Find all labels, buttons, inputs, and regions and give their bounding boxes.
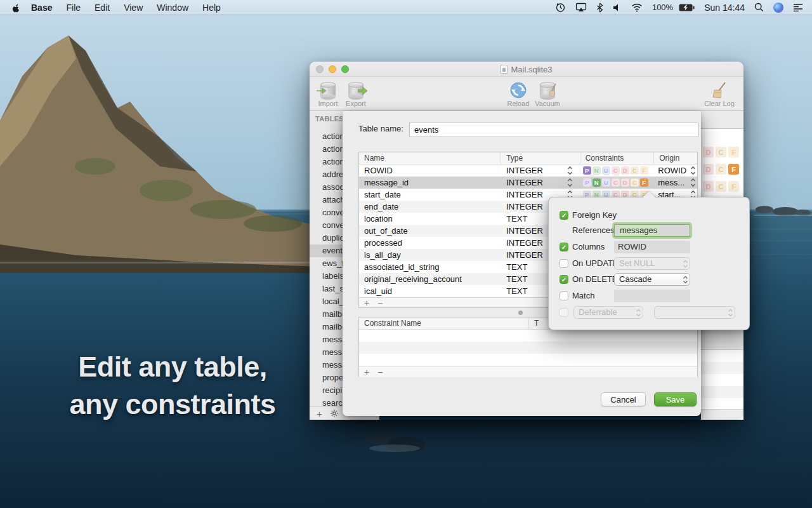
table-name-input[interactable]: events — [409, 123, 698, 137]
column-type-cell[interactable]: INTEGER — [501, 177, 580, 189]
column-header-origin[interactable]: Origin — [654, 152, 697, 164]
menu-view[interactable]: View — [124, 3, 143, 13]
match-input[interactable] — [614, 290, 690, 302]
popover-arrow — [642, 191, 656, 198]
constraint-empty-row[interactable] — [359, 342, 697, 354]
menu-help[interactable]: Help — [202, 3, 221, 13]
constraint-badge-D[interactable]: D — [703, 147, 714, 157]
column-origin-cell[interactable]: ROWID — [654, 164, 697, 177]
constraint-badge-D[interactable]: D — [621, 178, 629, 187]
constraint-badge-C[interactable]: C — [631, 178, 639, 187]
notification-center-icon[interactable] — [793, 3, 803, 11]
column-row-ROWID[interactable]: ROWIDINTEGERPNUCDCFROWID — [359, 164, 697, 177]
horizontal-scrollbar[interactable] — [518, 311, 523, 315]
deferred-select[interactable] — [654, 306, 735, 319]
column-name-cell[interactable]: original_receiving_account — [359, 273, 501, 285]
constraint-badge-P[interactable]: P — [583, 166, 591, 175]
column-name-cell[interactable]: end_date — [359, 201, 501, 213]
clear-log-button[interactable]: Clear Log — [700, 80, 738, 107]
column-name-cell[interactable]: start_date — [359, 189, 501, 201]
columns-value-field[interactable]: ROWID — [614, 241, 690, 253]
constraint-badge-C[interactable]: C — [631, 166, 639, 175]
constraint-badge-N[interactable]: N — [593, 178, 601, 187]
column-constraints-cell[interactable]: PNUCDCF — [580, 164, 655, 177]
airplay-display-icon[interactable] — [575, 3, 587, 12]
on-delete-checkbox[interactable]: ✓ — [560, 275, 568, 284]
add-table-button[interactable]: + — [317, 409, 322, 418]
menu-clock[interactable]: Sun 14:44 — [704, 3, 745, 13]
app-menu-base[interactable]: Base — [31, 3, 52, 13]
spotlight-search-icon[interactable] — [754, 3, 764, 12]
vacuum-button[interactable]: Vacuum — [533, 80, 562, 107]
import-button[interactable]: Import — [313, 80, 343, 107]
constraint-badge-F[interactable]: F — [728, 147, 739, 157]
window-titlebar[interactable]: Mail.sqlite3 — [310, 62, 743, 77]
constraint-badge-U[interactable]: U — [602, 166, 610, 175]
constraint-badge-D[interactable]: D — [621, 166, 629, 175]
time-machine-icon[interactable] — [555, 2, 566, 13]
constraint-badge-U[interactable]: U — [602, 178, 610, 187]
constraint-badge-F[interactable]: F — [640, 166, 648, 175]
column-row-message_id[interactable]: message_idINTEGERPNUCDCFmess... — [359, 177, 697, 189]
column-name-cell[interactable]: ROWID — [359, 164, 501, 177]
origin-stepper[interactable] — [690, 165, 696, 176]
column-name-cell[interactable]: message_id — [359, 177, 501, 189]
column-header-name[interactable]: Name — [359, 152, 501, 164]
deferrable-checkbox[interactable] — [560, 308, 568, 317]
constraint-empty-row[interactable] — [359, 354, 697, 366]
wifi-icon[interactable] — [631, 3, 643, 12]
column-header-constraints[interactable]: Constraints — [580, 152, 655, 164]
remove-column-button[interactable]: − — [377, 298, 383, 307]
column-type-cell[interactable]: INTEGER — [501, 164, 580, 177]
reload-button[interactable]: Reload — [504, 80, 533, 107]
constraint-badge-C[interactable]: C — [612, 166, 620, 175]
column-name-cell[interactable]: processed — [359, 237, 501, 249]
battery-icon[interactable] — [679, 4, 695, 11]
constraint-empty-row[interactable] — [359, 330, 697, 342]
constraint-badge-F[interactable]: F — [728, 164, 739, 175]
column-origin-cell[interactable]: mess... — [654, 177, 697, 189]
on-delete-select[interactable]: Cascade — [614, 273, 690, 286]
constraint-badge-F[interactable]: F — [728, 181, 739, 192]
menu-window[interactable]: Window — [157, 3, 188, 13]
siri-icon[interactable] — [773, 3, 783, 13]
type-stepper[interactable] — [567, 165, 573, 176]
on-update-select[interactable]: Set NULL — [614, 257, 690, 270]
on-update-checkbox[interactable] — [560, 259, 568, 268]
constraint-badge-D[interactable]: D — [703, 164, 714, 175]
constraint-badge-P[interactable]: P — [583, 178, 591, 187]
column-name-cell[interactable]: location — [359, 213, 501, 225]
column-name-cell[interactable]: out_of_date — [359, 225, 501, 237]
remove-constraint-button[interactable]: − — [377, 368, 383, 377]
constraint-badge-C[interactable]: C — [612, 178, 620, 187]
column-constraints-cell[interactable]: PNUCDCF — [580, 177, 655, 189]
save-button[interactable]: Save — [654, 392, 697, 406]
references-input[interactable]: messages — [614, 224, 690, 237]
export-button[interactable]: Export — [341, 80, 370, 107]
constraint-badge-C[interactable]: C — [716, 181, 726, 192]
bluetooth-icon[interactable] — [596, 3, 603, 13]
column-name-cell[interactable]: ical_uid — [359, 285, 501, 297]
constraint-badge-C[interactable]: C — [716, 164, 726, 175]
type-stepper[interactable] — [567, 177, 573, 188]
origin-stepper[interactable] — [690, 177, 696, 188]
cancel-button[interactable]: Cancel — [601, 392, 646, 406]
add-column-button[interactable]: + — [364, 298, 369, 307]
add-constraint-button[interactable]: + — [364, 368, 369, 377]
column-header-type[interactable]: Type — [501, 152, 580, 164]
volume-icon[interactable] — [613, 3, 622, 12]
menu-file[interactable]: File — [66, 3, 81, 13]
menu-edit[interactable]: Edit — [95, 3, 110, 13]
foreign-key-checkbox[interactable]: ✓ — [560, 211, 568, 220]
constraint-badge-C[interactable]: C — [716, 147, 726, 157]
apple-menu-icon[interactable] — [11, 3, 21, 13]
column-name-cell[interactable]: associated_id_string — [359, 261, 501, 273]
constraint-badge-D[interactable]: D — [703, 181, 714, 192]
column-name-cell[interactable]: is_all_day — [359, 249, 501, 261]
match-checkbox[interactable] — [560, 291, 568, 300]
constraint-badge-N[interactable]: N — [593, 166, 601, 175]
constraint-badge-F[interactable]: F — [640, 178, 648, 187]
columns-checkbox[interactable]: ✓ — [560, 243, 568, 251]
gear-menu-button[interactable] — [330, 409, 339, 418]
deferrable-select[interactable]: Deferrable — [573, 306, 643, 319]
